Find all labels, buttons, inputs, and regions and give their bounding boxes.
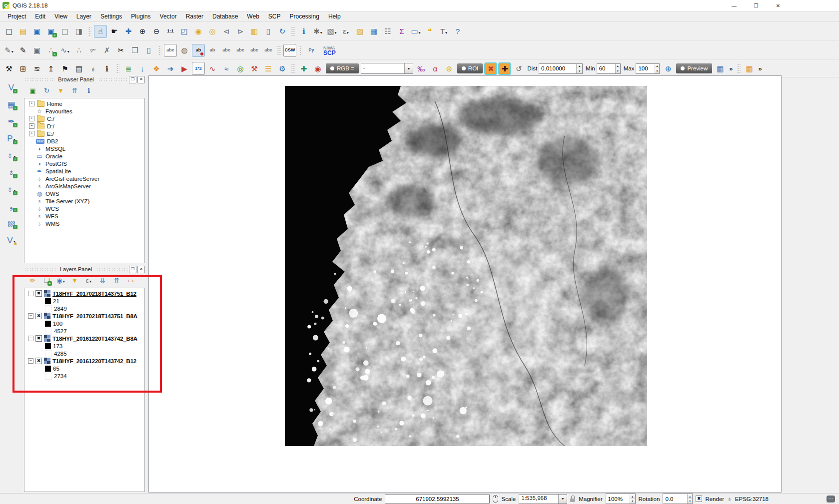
chevron-down-icon[interactable] [335, 27, 337, 35]
mouse-position-icon[interactable] [493, 495, 498, 503]
rgb-chip[interactable]: RGB = [326, 63, 359, 73]
close-panel-button[interactable]: ✕ [137, 76, 145, 83]
add-spatialite-layer-button[interactable]: ✒+ [5, 115, 18, 128]
label-highlight-button[interactable]: ab [206, 44, 219, 57]
scp-band-calc-button[interactable]: 1*2 [192, 62, 205, 75]
plugin-table-button[interactable]: ⊞ [16, 62, 29, 75]
new-shapefile-layer-button[interactable]: ▧+ [5, 217, 18, 230]
move-feature-button[interactable]: ∴ [72, 44, 85, 57]
toggle-editing-button[interactable]: ✎ [16, 44, 29, 57]
browser-item-arcgisfeatureserver[interactable]: ♁ArcGisFeatureServer [24, 175, 144, 182]
touch-zoom-pan-button[interactable]: ☝ [94, 25, 107, 38]
zoom-to-layer-button[interactable]: ◎ [206, 25, 219, 38]
add-postgis-layer-button[interactable]: P+ [5, 132, 18, 145]
float-panel-button[interactable]: ❐ [129, 76, 136, 83]
expander-icon[interactable]: − [28, 313, 33, 319]
expander-icon[interactable]: + [29, 116, 34, 121]
cumulative-stretch-button[interactable]: ‰ [415, 62, 428, 75]
expander-icon[interactable]: + [29, 101, 34, 106]
scp-plots-button[interactable]: ◎ [234, 62, 247, 75]
add-wfs-layer-button[interactable]: ♁+ [5, 183, 18, 196]
composer-manager-button[interactable]: ◨ [72, 25, 85, 38]
map-canvas[interactable] [148, 75, 782, 493]
roi-chip[interactable]: ROI [457, 63, 483, 73]
browser-item-c[interactable]: +C:/ [24, 115, 144, 122]
scp-spectral-signature-button[interactable]: ≈ [220, 62, 233, 75]
save-project-button[interactable]: ▣ [30, 25, 43, 38]
label-properties-button[interactable]: abc [262, 44, 275, 57]
messages-icon[interactable] [827, 496, 835, 503]
show-bookmarks-button[interactable]: ▯ [262, 25, 275, 38]
add-delimited-text-button[interactable]: ❟+ [5, 200, 18, 213]
min-field-input[interactable] [597, 64, 615, 73]
run-feature-action-button[interactable]: ✱ [311, 25, 324, 38]
zoom-native-button[interactable]: 1:1 [164, 25, 177, 38]
browser-item-db2[interactable]: DB2DB2 [24, 137, 144, 145]
dist-field-input[interactable] [539, 64, 576, 73]
menu-edit[interactable]: Edit [30, 12, 50, 21]
dist-field-spinner[interactable] [539, 63, 583, 74]
layer-styling-button[interactable]: ✏ [27, 275, 38, 286]
remove-layer-button[interactable]: ▭ [125, 275, 136, 286]
copy-features-button[interactable]: ❐ [128, 44, 141, 57]
field-calculator-button[interactable]: ☷ [381, 25, 394, 38]
drag-handle[interactable] [24, 267, 56, 271]
expander-icon[interactable]: − [28, 291, 33, 296]
menu-view[interactable]: View [50, 12, 72, 21]
add-feature-button[interactable]: ∴+ [44, 44, 57, 57]
close-panel-button[interactable]: ✕ [137, 266, 145, 273]
browser-item-home[interactable]: +Home [24, 100, 144, 107]
drag-handle[interactable] [96, 267, 128, 271]
spin-down-icon[interactable] [577, 68, 582, 73]
delete-selected-button[interactable]: ✗ [100, 44, 113, 57]
browser-panel-header[interactable]: Browser Panel ❐ ✕ [22, 75, 146, 84]
save-project-as-button[interactable]: ▣+ [44, 25, 57, 38]
zoom-last-button[interactable]: ⊲ [220, 25, 233, 38]
new-bookmark-button[interactable]: ▥ [248, 25, 261, 38]
pan-to-selection-button[interactable]: ✚ [122, 25, 135, 38]
zoom-next-button[interactable]: ⊳ [234, 25, 247, 38]
split-features-button[interactable]: ✃ [86, 44, 99, 57]
csw-search-button[interactable]: CSW [283, 44, 296, 57]
scp-postprocessing-button[interactable]: ▶ [178, 62, 191, 75]
spin-down-icon[interactable] [616, 68, 620, 73]
render-checkbox[interactable]: ✖ [696, 496, 702, 502]
drag-handle[interactable] [24, 77, 54, 81]
node-tool-button[interactable]: ∿ [58, 44, 71, 57]
browser-item-e[interactable]: +E:/ [24, 130, 144, 137]
plugin-folder-button[interactable]: ▤ [72, 62, 85, 75]
filter-legend-button[interactable]: ▼ [69, 275, 80, 286]
deselect-all-button[interactable]: ▨ [353, 25, 366, 38]
chevron-down-icon[interactable] [89, 277, 91, 284]
layers-panel-header[interactable]: Layers Panel ❐ ✕ [22, 265, 146, 274]
chevron-down-icon[interactable] [419, 27, 421, 35]
new-scratch-layer-button[interactable]: V✱ [5, 234, 18, 247]
add-selected-layers-button[interactable]: ▣ [27, 85, 38, 96]
close-button[interactable]: ✕ [767, 0, 789, 11]
collapse-all-button[interactable]: ⇈ [111, 275, 122, 286]
coordinate-input[interactable] [385, 495, 490, 504]
spin-up-icon[interactable] [577, 64, 582, 69]
browser-item-oracle[interactable]: ▭Oracle [24, 152, 144, 160]
plugin-globe-button[interactable]: ♁ [86, 62, 99, 75]
filter-browser-button[interactable]: ▼ [55, 85, 66, 96]
max-field-spinner[interactable] [636, 63, 660, 74]
layer-row[interactable]: −✖T18HYF_20161220T143742_B8A [24, 335, 144, 342]
spin-down-icon[interactable] [688, 499, 693, 504]
browser-item-favourites[interactable]: ☆Favourites [24, 107, 144, 115]
float-panel-button[interactable]: ❐ [129, 266, 136, 273]
scale-combo[interactable]: 1:535,968 [519, 494, 567, 504]
new-project-button[interactable]: ▢ [2, 25, 15, 38]
select-by-expression-button[interactable]: ε [339, 25, 352, 38]
chevron-down-icon[interactable] [63, 277, 65, 284]
zoom-to-roi-button[interactable]: ⊕ [443, 62, 456, 75]
preview-zoom-button[interactable]: ⊕ [662, 62, 675, 75]
pan-map-button[interactable]: ☛ [108, 25, 121, 38]
add-group-button[interactable]: ❏+ [41, 275, 52, 286]
browser-item-d[interactable]: +D:/ [24, 122, 144, 130]
chevron-down-icon[interactable] [445, 27, 447, 35]
spin-buttons[interactable] [615, 64, 620, 73]
show-statistics-button[interactable]: Σ [395, 25, 408, 38]
layer-row[interactable]: −✖T18HYF_20161220T143742_B12 [24, 357, 144, 365]
spin-up-icon[interactable] [688, 494, 693, 499]
